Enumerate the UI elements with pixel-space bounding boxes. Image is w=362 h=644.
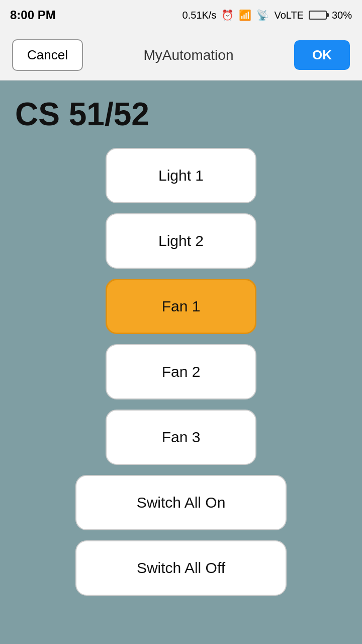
battery-percent: 30%	[332, 10, 352, 21]
signal-icon: 📡	[256, 9, 269, 21]
page-title: CS 51/52	[15, 96, 149, 133]
nav-bar: Cancel MyAutomation OK	[0, 30, 362, 80]
network-speed: 0.51K/s	[183, 10, 217, 21]
alarm-icon: ⏰	[221, 9, 234, 21]
status-bar: 8:00 PM 0.51K/s ⏰ 📶 📡 VoLTE 30%	[0, 0, 362, 30]
status-time: 8:00 PM	[10, 8, 56, 22]
ok-button[interactable]: OK	[294, 40, 350, 70]
device-button-light2[interactable]: Light 2	[106, 213, 256, 269]
nav-title: MyAutomation	[143, 47, 233, 63]
switch-all-on-button[interactable]: Switch All On	[75, 475, 287, 530]
device-buttons-container: Light 1 Light 2 Fan 1 Fan 2 Fan 3 Switch…	[10, 148, 352, 596]
switch-all-off-button[interactable]: Switch All Off	[75, 540, 287, 596]
wifi-icon: 📶	[239, 9, 251, 21]
carrier-label: VoLTE	[274, 10, 304, 21]
battery-icon	[309, 11, 327, 20]
device-button-fan2[interactable]: Fan 2	[106, 344, 256, 399]
device-button-fan1[interactable]: Fan 1	[106, 279, 256, 334]
main-content: CS 51/52 Light 1 Light 2 Fan 1 Fan 2 Fan…	[0, 80, 362, 616]
device-button-light1[interactable]: Light 1	[106, 148, 256, 203]
status-right: 0.51K/s ⏰ 📶 📡 VoLTE 30%	[183, 9, 352, 21]
cancel-button[interactable]: Cancel	[12, 39, 83, 71]
device-button-fan3[interactable]: Fan 3	[106, 410, 256, 465]
